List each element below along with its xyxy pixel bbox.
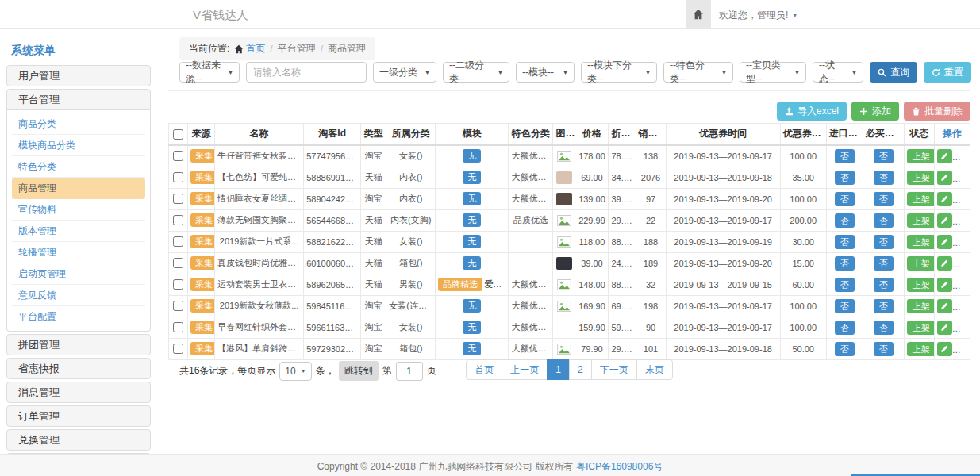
breadcrumb-level2: 商品管理 [328,42,366,56]
imported-toggle-button[interactable]: 否 [835,235,855,249]
copyright-text: Copyright © 2014-2018 广州九驰网络科技有限公司 版权所有 [317,461,574,472]
reset-button[interactable]: 重置 [924,62,971,83]
sidebar-subitem-platform-config[interactable]: 平台配置 [12,306,145,328]
edit-button[interactable] [937,235,952,249]
edit-button[interactable] [937,171,952,185]
edit-button[interactable] [937,192,952,206]
add-button[interactable]: 添加 [851,102,899,121]
status-button[interactable]: 上架 [907,149,935,163]
imported-toggle-button[interactable]: 否 [835,342,855,356]
imported-toggle-button[interactable]: 否 [835,171,855,185]
imported-toggle-button[interactable]: 否 [835,299,855,313]
edit-button[interactable] [937,299,952,313]
status-button[interactable]: 上架 [907,213,935,228]
filter-level1-category[interactable]: 一级分类▼ [373,62,436,83]
page-prev-button[interactable]: 上一页 [502,359,548,380]
status-button[interactable]: 上架 [907,299,935,313]
page-next-button[interactable]: 下一页 [591,359,637,380]
imported-toggle-button[interactable]: 否 [835,256,855,271]
sidebar-subitem-feedback[interactable]: 意见反馈 [12,285,145,306]
filter-level2-category[interactable]: --二级分类--▼ [443,62,509,83]
page-last-button[interactable]: 末页 [636,359,673,380]
row-checkbox[interactable] [173,236,183,247]
breadcrumb-home-link[interactable]: 首页 [234,42,265,56]
sidebar-subitem-promo-materials[interactable]: 宣传物料 [12,199,145,221]
imported-toggle-button[interactable]: 否 [835,321,855,335]
row-checkbox[interactable] [173,194,183,204]
pagination: 首页 上一页 1 2 下一页 末页 [168,359,970,380]
batch-delete-button[interactable]: 批量删除 [904,102,970,121]
page-first-button[interactable]: 首页 [466,359,502,380]
search-button[interactable]: 查询 [870,62,917,83]
operations-cell [934,317,970,338]
filter-featured-category[interactable]: --特色分类--▼ [663,62,733,83]
sidebar-item-message-management[interactable]: 消息管理 [6,382,151,403]
status-button[interactable]: 上架 [907,256,935,271]
filter-module[interactable]: --模块--▼ [516,62,575,83]
filter-data-source[interactable]: --数据来源--▼ [179,62,240,83]
sidebar-subitem-featured-categories[interactable]: 特色分类 [12,156,145,178]
edit-button[interactable] [937,149,952,163]
edit-button[interactable] [937,321,952,335]
import-excel-button[interactable]: 导入excel [777,102,847,121]
row-checkbox[interactable] [173,279,183,290]
sidebar-subitem-carousel-management[interactable]: 轮播管理 [12,242,145,263]
row-checkbox[interactable] [173,215,183,225]
filter-item-type[interactable]: --宝贝类型--▼ [740,62,806,83]
sidebar-item-platform-management[interactable]: 平台管理 [6,89,151,110]
page-1-button[interactable]: 1 [547,359,570,380]
edit-button[interactable] [937,213,952,228]
must-buy-toggle-button[interactable]: 否 [874,278,894,292]
status-button[interactable]: 上架 [907,321,935,335]
sidebar-subitem-product-management[interactable]: 商品管理 [12,178,145,199]
status-button[interactable]: 上架 [907,278,935,292]
imported-toggle-button[interactable]: 否 [835,192,855,206]
must-buy-toggle-button[interactable]: 否 [874,321,894,335]
must-buy-toggle-button[interactable]: 否 [874,342,894,356]
sidebar-item-order-management[interactable]: 订单管理 [6,405,151,427]
select-all-checkbox[interactable] [173,129,183,140]
status-button[interactable]: 上架 [907,235,935,249]
must-buy-toggle-button[interactable]: 否 [874,171,894,185]
row-checkbox[interactable] [173,322,183,332]
sidebar-subitem-product-categories[interactable]: 商品分类 [12,113,145,135]
edit-button[interactable] [937,342,952,356]
imported-toggle-button[interactable]: 否 [835,149,855,163]
row-checkbox[interactable] [173,258,183,268]
filter-module-subcategory[interactable]: --模块下分类--▼ [581,62,657,83]
edit-button[interactable] [937,278,952,292]
sidebar-subitem-version-management[interactable]: 版本管理 [12,221,145,242]
price: 159.90 [575,317,609,338]
imported-toggle-button[interactable]: 否 [835,213,855,228]
page-2-button[interactable]: 2 [569,359,592,380]
must-buy-toggle-button[interactable]: 否 [874,149,894,163]
status-button[interactable]: 上架 [907,342,935,356]
sidebar-subitem-module-product-categories[interactable]: 模块商品分类 [12,135,145,156]
status-button[interactable]: 上架 [907,192,935,206]
user-menu[interactable]: 欢迎您，管理员! ▼ [719,9,797,22]
row-checkbox[interactable] [173,301,183,311]
edit-button[interactable] [937,256,952,271]
sales-count: 2076 [636,167,666,188]
must-buy-toggle-button[interactable]: 否 [874,235,894,249]
must-buy-toggle-button[interactable]: 否 [874,299,894,313]
row-checkbox[interactable] [173,344,183,354]
sidebar-item-savings-news[interactable]: 省惠快报 [6,358,151,379]
sidebar-item-group-buy-management[interactable]: 拼团管理 [6,334,151,355]
filter-status[interactable]: --状态--▼ [813,62,863,83]
edit-icon [940,324,948,332]
imported-toggle-button[interactable]: 否 [835,278,855,292]
must-buy-toggle-button[interactable]: 否 [874,256,894,271]
must-buy-toggle-button[interactable]: 否 [874,213,894,228]
filter-name-input[interactable] [246,62,367,83]
status-button[interactable]: 上架 [907,171,935,185]
must-buy-toggle-button[interactable]: 否 [874,192,894,206]
home-button[interactable] [686,0,711,28]
sidebar-subitem-splash-page-management[interactable]: 启动页管理 [12,263,145,285]
row-checkbox[interactable] [173,151,183,161]
col-taoke-id: 淘客Id [304,124,361,145]
icp-link[interactable]: 粤ICP备16098006号 [576,461,663,472]
sidebar-item-exchange-management[interactable]: 兑换管理 [6,429,151,451]
sidebar-item-user-management[interactable]: 用户管理 [6,65,151,86]
row-checkbox[interactable] [173,172,183,182]
